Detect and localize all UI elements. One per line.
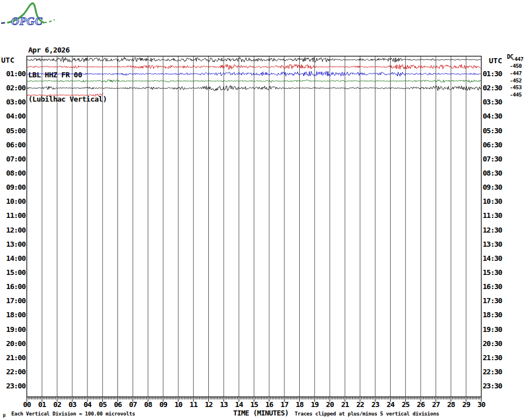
hour-label-right: 12:30 bbox=[483, 226, 509, 234]
hour-label-right: 14:30 bbox=[483, 255, 509, 262]
hour-label-right: 13:30 bbox=[483, 240, 509, 248]
x-tick-label: 27 bbox=[428, 401, 444, 409]
helicorder-page: { "logo": { "text": "OPGC", "curve_color… bbox=[0, 0, 525, 420]
hour-label-left: 10:00 bbox=[0, 198, 25, 205]
dc-value: -450 bbox=[510, 63, 522, 69]
hour-label-left: 14:00 bbox=[0, 255, 25, 262]
scale-note: Each Vertical Division = 100.00 microvol… bbox=[11, 411, 135, 417]
seismic-trace bbox=[27, 93, 103, 97]
x-tick-label: 15 bbox=[246, 401, 262, 409]
x-tick-label: 20 bbox=[322, 401, 338, 409]
hour-label-right: 10:30 bbox=[483, 198, 509, 205]
hour-label-left: 21:00 bbox=[0, 354, 25, 362]
hour-label-right: 20:30 bbox=[483, 340, 509, 348]
hour-label-right: 16:30 bbox=[483, 283, 509, 291]
x-tick-label: 05 bbox=[95, 401, 111, 409]
hour-label-left: 01:00 bbox=[0, 70, 25, 78]
hour-label-left: 23:00 bbox=[0, 382, 25, 390]
x-tick-label: 04 bbox=[80, 401, 95, 409]
hour-label-right: 17:30 bbox=[483, 297, 509, 305]
x-tick-label: 19 bbox=[307, 401, 322, 409]
hour-label-left: 12:00 bbox=[0, 226, 25, 234]
hour-label-right: 01:30 bbox=[483, 70, 509, 78]
hour-label-right: 06:30 bbox=[483, 141, 509, 149]
x-tick-label: 02 bbox=[49, 401, 65, 409]
x-tick-label: 14 bbox=[231, 401, 247, 409]
hour-label-right: 23:30 bbox=[483, 382, 509, 390]
x-tick-label: 16 bbox=[261, 401, 277, 409]
hour-label-right: 09:30 bbox=[483, 183, 509, 191]
hour-label-left: 16:00 bbox=[0, 283, 25, 291]
hour-label-left: 06:00 bbox=[0, 141, 25, 149]
x-tick-label: 13 bbox=[216, 401, 231, 409]
hour-label-right: 03:30 bbox=[483, 98, 509, 106]
x-tick-label: 00 bbox=[19, 401, 35, 409]
dc-value: -447 bbox=[510, 71, 522, 76]
hour-label-left: 17:00 bbox=[0, 297, 25, 305]
x-tick-label: 01 bbox=[34, 401, 50, 409]
x-tick-label: 22 bbox=[352, 401, 368, 409]
micro-symbol: µ bbox=[3, 413, 6, 418]
hour-label-left: 04:00 bbox=[0, 112, 25, 120]
x-tick-label: 03 bbox=[64, 401, 80, 409]
hour-label-left: 07:00 bbox=[0, 155, 25, 163]
hour-label-left: 11:00 bbox=[0, 212, 25, 220]
x-tick-label: 25 bbox=[397, 401, 413, 409]
hour-label-left: 13:00 bbox=[0, 240, 25, 248]
hour-label-left: 09:00 bbox=[0, 183, 25, 191]
x-axis-title: TIME (MINUTES) bbox=[233, 409, 288, 417]
hour-label-right: 18:30 bbox=[483, 311, 509, 319]
minute-gridlines bbox=[42, 56, 466, 397]
hour-label-right: 15:30 bbox=[483, 269, 509, 277]
hour-label-left: 20:00 bbox=[0, 340, 25, 348]
dc-value: -452 bbox=[510, 78, 522, 84]
x-tick-label: 30 bbox=[474, 401, 489, 409]
hour-label-right: 02:30 bbox=[483, 84, 509, 92]
x-tick-label: 26 bbox=[413, 401, 428, 409]
hour-label-right: 08:30 bbox=[483, 169, 509, 177]
x-tick-label: 24 bbox=[383, 401, 399, 409]
x-tick-label: 21 bbox=[337, 401, 353, 409]
hour-label-left: 15:00 bbox=[0, 269, 25, 277]
hour-label-right: 19:30 bbox=[483, 326, 509, 334]
hour-label-right: 07:30 bbox=[483, 155, 509, 163]
x-tick-label: 06 bbox=[110, 401, 126, 409]
hour-label-right: 21:30 bbox=[483, 354, 509, 362]
hour-label-left: 08:00 bbox=[0, 169, 25, 177]
x-tick-label: 23 bbox=[368, 401, 383, 409]
x-tick-label: 08 bbox=[140, 401, 156, 409]
hour-label-right: 05:30 bbox=[483, 127, 509, 135]
clip-note: Traces clipped at plus/minus 5 vertical … bbox=[295, 411, 439, 417]
hour-label-right: 11:30 bbox=[483, 212, 509, 220]
hour-label-left: 18:00 bbox=[0, 311, 25, 319]
dc-value: -445 bbox=[510, 92, 522, 98]
x-tick-label: 10 bbox=[170, 401, 186, 409]
hour-label-left: 03:00 bbox=[0, 98, 25, 106]
x-tick-label: 18 bbox=[292, 401, 308, 409]
dc-value: -447 bbox=[511, 56, 523, 62]
helicorder-plot bbox=[0, 0, 525, 420]
hour-label-left: 19:00 bbox=[0, 326, 25, 334]
x-tick-label: 12 bbox=[201, 401, 217, 409]
dc-value: -453 bbox=[510, 85, 522, 90]
hour-label-right: 22:30 bbox=[483, 368, 509, 376]
hour-label-left: 22:00 bbox=[0, 368, 25, 376]
x-tick-label: 11 bbox=[186, 401, 202, 409]
x-tick-label: 07 bbox=[125, 401, 141, 409]
x-tick-label: 17 bbox=[277, 401, 292, 409]
x-tick-label: 28 bbox=[443, 401, 459, 409]
hour-label-right: 04:30 bbox=[483, 112, 509, 120]
hour-label-left: 05:00 bbox=[0, 127, 25, 135]
x-tick-label: 09 bbox=[155, 401, 171, 409]
hour-label-left: 02:00 bbox=[0, 84, 25, 92]
x-tick-label: 29 bbox=[458, 401, 474, 409]
